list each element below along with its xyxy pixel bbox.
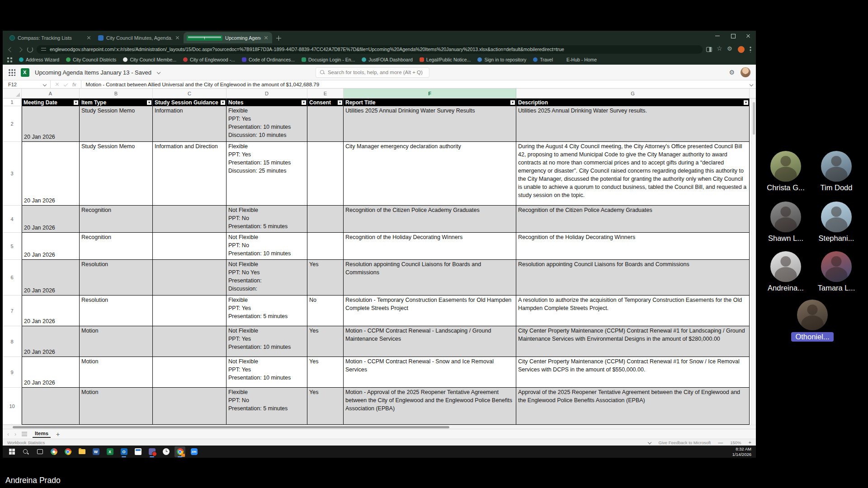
cell-consent[interactable] [307,233,344,260]
bookmark-item[interactable]: Address Wizard [19,57,59,62]
tab-close-icon[interactable] [264,35,269,41]
cell-report-title[interactable]: Recognition of the Citizen Police Academ… [344,206,516,233]
participant-tile[interactable]: Tamara L... [809,251,863,292]
formula-content[interactable]: Motion - Contract between Allied Univers… [81,82,750,87]
cell-notes[interactable]: Not Flexible PPT: No Presentation: 5 min… [226,206,307,233]
header-consent[interactable]: Consent [307,99,344,106]
cell-guidance[interactable] [153,326,226,357]
taskbar-search[interactable] [20,446,31,457]
cell-report-title[interactable]: Resolution appointing Council Liaisons f… [344,260,516,296]
chevron-down-icon[interactable] [157,70,160,74]
cell-meeting-date[interactable]: 20 Jan 2026 [22,142,80,206]
maximize-button[interactable] [725,31,741,41]
bookmark-item[interactable]: JustFOIA Dashboard [362,57,412,62]
cell-guidance[interactable]: Information and Direction [153,142,226,206]
cell-item-type[interactable]: Motion [80,326,153,357]
cell-report-title[interactable]: Motion - CCPM Contract Renewal - Landsca… [344,326,516,357]
filter-icon[interactable] [221,100,225,105]
row-number[interactable]: 9 [3,357,22,388]
cell-consent[interactable]: No [307,296,344,326]
active-chrome-window-button[interactable] [175,446,185,457]
row-number[interactable]: 10 [3,388,22,425]
cell-meeting-date[interactable]: 20 Jan 2026 [22,326,80,357]
cell-guidance[interactable] [153,357,226,388]
header-description[interactable]: Description [516,99,750,106]
site-info-icon[interactable] [41,47,46,52]
column-header-d[interactable]: D [226,89,307,98]
cell-guidance[interactable] [153,260,226,296]
cell-description[interactable]: A resolution to authorize the acquisitio… [516,296,750,326]
bookmark-item[interactable]: City of Englewood -... [183,57,235,62]
participant-tile[interactable]: Andreina... [759,251,813,292]
filter-icon[interactable] [147,100,151,105]
vertical-scrollbar[interactable] [751,99,756,425]
bookmark-item[interactable]: Travel [533,57,553,62]
row-number[interactable]: 4 [3,206,22,233]
participant-tile[interactable]: Christa G... [759,151,813,192]
account-avatar[interactable] [741,67,750,77]
cell-meeting-date[interactable]: 20 Jan 2026 [22,296,80,326]
header-study-session-guidance[interactable]: Study Session Guidance [153,99,226,106]
cell-description[interactable]: Approval of the 2025 Reopener Tentative … [516,388,750,425]
row-number[interactable]: 1 [3,99,22,106]
cell-consent[interactable]: Yes [307,388,344,425]
cell-report-title[interactable]: Motion - CCPM Contract Renewal - Snow an… [344,357,516,388]
cell-description[interactable]: Utilities 2025 Annual Drinking Water Sur… [516,106,750,142]
scrollbar-thumb[interactable] [753,102,755,135]
header-item-type[interactable]: Item Type [80,99,153,106]
cell-description[interactable]: Recognition of the Holiday Decorating Wi… [516,233,750,260]
cell-report-title[interactable]: City Manager emergency declaration autho… [344,142,516,206]
header-report-title[interactable]: Report Title [344,99,516,106]
clock-app-button[interactable] [160,446,171,457]
cell-item-type[interactable]: Motion [80,388,153,425]
row-number[interactable]: 6 [3,260,22,296]
cell-meeting-date[interactable]: 20 Jan 2026 [22,206,80,233]
column-header-c[interactable]: C [153,89,226,98]
app-launcher-icon[interactable] [8,69,15,76]
cell-item-type[interactable]: Study Session Memo [80,106,153,142]
name-box[interactable]: F12 [3,80,51,88]
browser-menu-icon[interactable] [750,46,751,52]
cell-guidance[interactable] [153,388,226,425]
cancel-entry-icon[interactable] [55,82,59,86]
forward-icon[interactable] [17,46,24,52]
cell-consent[interactable] [307,106,344,142]
zoom-app-button[interactable]: zm [189,446,199,457]
cell-item-type[interactable]: Recognition [80,233,153,260]
cell-guidance[interactable] [153,296,226,326]
file-explorer-button[interactable] [76,446,87,457]
start-button[interactable] [6,446,17,457]
cell-item-type[interactable]: Resolution [80,260,153,296]
browser-tab-minutes[interactable]: City Council Minutes, Agenda... [95,32,184,43]
side-panel-icon[interactable] [706,47,712,52]
scrollbar-thumb[interactable] [13,426,449,428]
filter-icon[interactable] [510,100,515,105]
cell-meeting-date[interactable] [22,388,80,425]
zoom-in-button[interactable]: + [749,440,751,445]
cell-notes[interactable]: Not Flexible PPT: No Presentation: 10 mi… [226,233,307,260]
settings-gear-icon[interactable] [729,69,735,75]
row-number[interactable]: 5 [3,233,22,260]
excel-button[interactable]: X [104,446,115,457]
browser-tab-agenda-items[interactable]: Upcoming Agenda Items Janua... [184,32,272,43]
browser-profile-avatar[interactable] [738,46,745,53]
horizontal-scrollbar[interactable] [3,425,756,429]
row-number[interactable]: 2 [3,106,22,142]
chevron-down-icon[interactable] [648,441,651,444]
wheel-app-button[interactable] [48,446,59,457]
tab-close-icon[interactable] [86,35,92,41]
cell-meeting-date[interactable]: 20 Jan 2026 [22,260,80,296]
participant-tile[interactable]: Stephani... [809,202,863,243]
cell-description[interactable]: City Center Property Maintenance (CCPM) … [516,326,750,357]
header-meeting-date[interactable]: Meeting Date [22,99,80,106]
cell-consent[interactable] [307,142,344,206]
sheet-nav-left-icon[interactable]: ‹ [7,431,9,437]
feedback-link[interactable]: Give Feedback to Microsoft [659,440,711,445]
cell-item-type[interactable]: Study Session Memo [80,142,153,206]
filter-icon[interactable] [338,100,342,105]
participant-tile[interactable]: Tim Dodd [809,151,863,192]
participant-tile[interactable]: Othoniel... [785,300,840,342]
cell-description[interactable]: City Center Property Maintenance (CCPM) … [516,357,750,388]
extensions-icon[interactable] [727,47,733,52]
minimize-button[interactable] [710,31,725,41]
